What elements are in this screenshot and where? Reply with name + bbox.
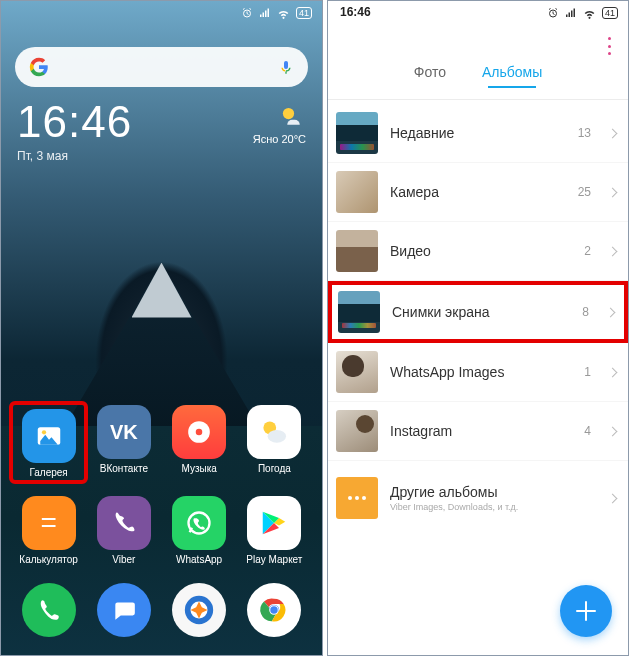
battery-icon: 41 [296,7,312,19]
album-thumb [336,410,378,452]
album-name: Недавние [390,125,566,141]
status-bar: 41 [1,1,322,25]
other-title: Другие альбомы [390,484,597,500]
app-music[interactable]: Музыка [162,405,237,482]
album-name: Снимки экрана [392,304,570,320]
app-calculator[interactable]: = Калькулятор [11,496,86,565]
app-label: Viber [112,554,135,565]
chevron-right-icon [608,493,618,503]
home-screen: 41 16:46 Пт, 3 мая Ясно 20°C Галер [0,0,323,656]
album-count: 2 [584,244,591,258]
album-count: 1 [584,365,591,379]
viber-icon [97,496,151,550]
svg-point-3 [42,430,46,434]
album-list: Недавние 13 Камера 25 Видео 2 Снимки экр… [328,104,628,531]
weather-temp: 20°C [281,133,306,145]
status-time: 16:46 [340,5,371,19]
app-weather[interactable]: Погода [237,405,312,482]
tabs: Фото Альбомы [328,55,628,89]
album-recent[interactable]: Недавние 13 [328,104,628,163]
whatsapp-icon [172,496,226,550]
album-thumb [336,112,378,154]
mic-icon[interactable] [278,59,294,75]
playstore-icon [247,496,301,550]
svg-point-1 [283,108,294,119]
wifi-icon [277,7,290,20]
weather-cond: Ясно [253,133,279,145]
app-label: ВКонтакте [100,463,148,474]
weather-sun-icon [276,101,306,131]
calculator-icon: = [22,496,76,550]
album-name: Видео [390,243,572,259]
chevron-right-icon [608,367,618,377]
album-video[interactable]: Видео 2 [328,222,628,281]
chevron-right-icon [608,128,618,138]
other-thumb-icon [336,477,378,519]
status-bar: 41 [328,1,628,25]
svg-point-7 [268,430,286,443]
alarm-icon [241,7,253,19]
app-label: Музыка [181,463,216,474]
app-vk[interactable]: VK ВКонтакте [86,405,161,482]
app-viber[interactable]: Viber [86,496,161,565]
more-menu-icon[interactable] [600,37,618,55]
gallery-albums-screen: 16:46 41 Фото Альбомы Недавние 13 Камера… [327,0,629,656]
fab-add-button[interactable] [560,585,612,637]
clock-widget[interactable]: 16:46 [17,97,253,147]
album-thumb [338,291,380,333]
app-label: Погода [258,463,291,474]
album-count: 25 [578,185,591,199]
dock-phone[interactable] [22,583,76,637]
gallery-icon [22,409,76,463]
date-label: Пт, 3 мая [17,149,253,163]
app-whatsapp[interactable]: WhatsApp [162,496,237,565]
svg-point-5 [196,429,203,436]
album-thumb [336,351,378,393]
google-search-bar[interactable] [15,47,308,87]
chevron-right-icon [606,307,616,317]
app-label: Калькулятор [19,554,78,565]
wifi-icon [583,7,596,20]
album-instagram[interactable]: Instagram 4 [328,402,628,461]
album-whatsapp[interactable]: WhatsApp Images 1 [328,343,628,402]
app-grid: Галерея VK ВКонтакте Музыка Погода = [1,405,322,565]
google-logo-icon [29,57,49,77]
album-camera[interactable]: Камера 25 [328,163,628,222]
other-subtitle: Viber Images, Downloads, и т.д. [390,502,597,512]
weather-widget[interactable]: Ясно 20°C [253,101,306,145]
signal-icon [259,7,271,19]
app-gallery[interactable]: Галерея [9,401,88,484]
album-thumb [336,230,378,272]
album-count: 8 [582,305,589,319]
album-count: 13 [578,126,591,140]
tab-photos[interactable]: Фото [414,64,446,80]
battery-icon: 41 [602,7,618,19]
dock [1,575,322,645]
app-label: Play Маркет [246,554,302,565]
alarm-icon [547,7,559,19]
album-thumb [336,171,378,213]
chevron-right-icon [608,426,618,436]
album-screenshots[interactable]: Снимки экрана 8 [328,281,628,343]
dock-messages[interactable] [97,583,151,637]
vk-icon: VK [97,405,151,459]
album-count: 4 [584,424,591,438]
chevron-right-icon [608,246,618,256]
app-label: Галерея [29,467,67,478]
album-name: Камера [390,184,566,200]
app-playstore[interactable]: Play Маркет [237,496,312,565]
tab-albums[interactable]: Альбомы [482,64,542,80]
music-icon [172,405,226,459]
album-other[interactable]: Другие альбомы Viber Images, Downloads, … [328,465,628,531]
weather-app-icon [247,405,301,459]
album-name: WhatsApp Images [390,364,572,380]
album-name: Instagram [390,423,572,439]
chevron-right-icon [608,187,618,197]
signal-icon [565,7,577,19]
dock-browser[interactable] [172,583,226,637]
dock-chrome[interactable] [247,583,301,637]
app-label: WhatsApp [176,554,222,565]
divider [328,99,628,100]
